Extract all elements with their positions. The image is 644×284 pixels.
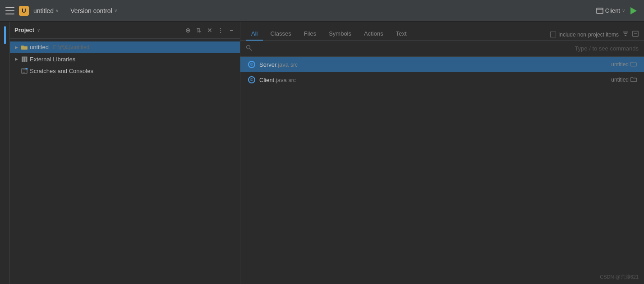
tree-item-untitled[interactable]: ▶ untitled E:\代码\untitled — [10, 41, 240, 53]
tab-all[interactable]: All — [246, 27, 263, 41]
include-non-project-checkbox[interactable] — [550, 32, 556, 37]
run-triangle-icon — [630, 7, 637, 14]
svg-rect-4 — [26, 57, 28, 62]
tree-item-scratches[interactable]: Scratches and Consoles — [10, 65, 240, 77]
svg-line-17 — [250, 49, 252, 50]
result-icon-server: © — [248, 60, 256, 69]
scratches-icon — [21, 67, 28, 74]
svg-rect-3 — [24, 57, 26, 62]
result-location-client: src — [289, 77, 296, 83]
result-right-client: untitled — [611, 77, 637, 83]
main-layout: Project ∨ ⊕ ⇅ ✕ ⋮ − ▶ untitled — [0, 22, 644, 284]
tree-arrow-untitled: ▶ — [14, 45, 19, 50]
project-panel-chevron: ∨ — [37, 27, 40, 32]
client-chevron: ∨ — [622, 8, 625, 13]
watermark: CSDN @荒渡621 — [600, 274, 639, 280]
result-project-client: untitled — [611, 77, 629, 83]
sidebar-active-indicator — [4, 26, 6, 44]
result-ext-client: .java — [274, 77, 286, 83]
type-hint: Type / to see commands — [575, 45, 639, 52]
svg-rect-5 — [22, 56, 28, 57]
result-right-server: untitled — [611, 61, 637, 68]
close-panel-icon[interactable]: ✕ — [206, 26, 214, 34]
search-icon — [246, 45, 252, 52]
svg-point-10 — [26, 68, 28, 70]
result-folder-icon-client — [630, 77, 637, 83]
result-ext-server: .java — [276, 61, 289, 68]
menu-icon[interactable] — [5, 7, 14, 14]
client-label: Client — [605, 7, 620, 14]
search-bar-row: Type / to see commands — [240, 41, 644, 57]
project-badge: U — [19, 6, 29, 16]
locate-icon[interactable]: ⊕ — [184, 26, 192, 34]
result-name-server: Server.javasrc — [259, 61, 298, 68]
expand-collapse-icon[interactable]: ⇅ — [195, 26, 203, 34]
tab-text[interactable]: Text — [391, 27, 412, 41]
tabs-row: All Classes Files Symbols Actions Text I… — [240, 22, 644, 41]
minimize-icon[interactable]: − — [227, 26, 235, 34]
java-copyright-icon-client: © — [248, 76, 255, 83]
result-filename-server: Server — [259, 61, 276, 68]
tree-label-scratches: Scratches and Consoles — [30, 68, 93, 74]
result-name-client: Client.javasrc — [259, 77, 296, 83]
tree-arrow-external-libraries: ▶ — [14, 56, 19, 62]
library-icon — [21, 55, 28, 63]
expand-icon[interactable] — [632, 31, 639, 38]
tab-actions[interactable]: Actions — [359, 27, 389, 41]
search-input[interactable] — [256, 45, 571, 52]
version-control-chevron: ∨ — [114, 8, 117, 13]
result-location-server: src — [290, 62, 298, 68]
tab-files[interactable]: Files — [299, 27, 322, 41]
svg-rect-0 — [597, 8, 603, 14]
svg-rect-2 — [22, 57, 23, 62]
titlebar-right: Client ∨ — [596, 6, 639, 16]
java-copyright-icon-server: © — [248, 61, 255, 68]
titlebar: U untitled ∨ Version control ∨ Client ∨ — [0, 0, 644, 22]
project-name-chevron: ∨ — [55, 8, 59, 13]
result-project-server: untitled — [611, 61, 629, 68]
run-button[interactable] — [629, 6, 639, 16]
filter-icon[interactable] — [622, 31, 629, 38]
result-item-client[interactable]: © Client.javasrc untitled — [240, 72, 644, 87]
search-panel: All Classes Files Symbols Actions Text I… — [240, 22, 644, 284]
version-control-label: Version control — [70, 7, 112, 14]
tree-arrow-scratches — [14, 68, 19, 73]
version-control-btn[interactable]: Version control ∨ — [70, 7, 117, 14]
project-panel: Project ∨ ⊕ ⇅ ✕ ⋮ − ▶ untitled — [10, 22, 240, 284]
tabs-right-controls: Include non-project items — [550, 31, 639, 40]
project-panel-title: Project — [14, 27, 34, 33]
project-panel-header: Project ∨ ⊕ ⇅ ✕ ⋮ − — [10, 22, 240, 39]
results-list: © Server.javasrc untitled © — [240, 57, 644, 284]
result-filename-client: Client — [259, 77, 274, 83]
project-header-icons: ⊕ ⇅ ✕ ⋮ − — [184, 26, 235, 34]
window-icon — [596, 8, 603, 14]
result-item-server[interactable]: © Server.javasrc untitled — [240, 57, 644, 72]
tab-symbols[interactable]: Symbols — [323, 27, 357, 41]
result-folder-icon-server — [630, 61, 637, 68]
project-name-label: untitled — [33, 7, 54, 14]
result-icon-client: © — [248, 76, 256, 84]
more-options-icon[interactable]: ⋮ — [216, 26, 225, 34]
tree-container: ▶ untitled E:\代码\untitled ▶ — [10, 39, 240, 284]
tree-label-external-libraries: External Libraries — [30, 56, 75, 63]
tree-item-external-libraries[interactable]: ▶ External Libraries — [10, 53, 240, 65]
folder-icon — [21, 44, 28, 51]
include-non-project-text: Include non-project items — [558, 32, 619, 38]
include-non-project-label[interactable]: Include non-project items — [550, 32, 619, 38]
tab-classes[interactable]: Classes — [265, 27, 296, 41]
tree-label-untitled: untitled E:\代码\untitled — [30, 44, 89, 51]
project-name-btn[interactable]: untitled ∨ — [33, 7, 59, 14]
client-button[interactable]: Client ∨ — [596, 7, 625, 14]
sidebar-strip — [0, 22, 10, 284]
